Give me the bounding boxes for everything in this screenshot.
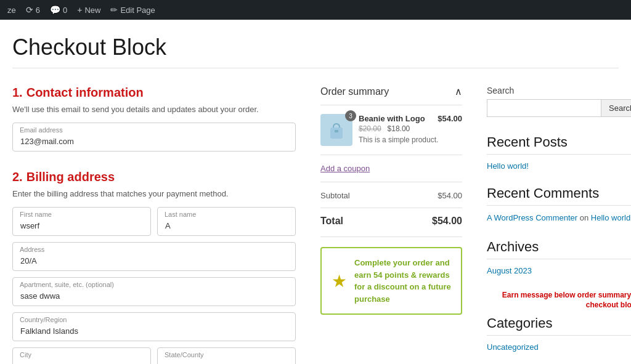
edit-page-item[interactable]: ✏ Edit Page xyxy=(110,5,155,15)
earn-points-box: ★ Complete your order and earn 54 points… xyxy=(320,247,462,315)
recent-posts-section: Recent Posts Hello world! xyxy=(487,134,631,171)
contact-heading: 1. Contact information xyxy=(12,86,296,100)
main-layout: 1. Contact information We'll use this em… xyxy=(12,86,619,364)
add-coupon-link[interactable]: Add a coupon xyxy=(320,164,462,182)
commenter-link[interactable]: A WordPress Commenter xyxy=(487,213,577,222)
state-wrapper: State/County xyxy=(157,347,296,364)
recent-comment-text: A WordPress Commenter on Hello world! xyxy=(487,212,631,224)
recent-post-link-0[interactable]: Hello world! xyxy=(487,161,529,171)
subtotal-row: Subtotal $54.00 xyxy=(320,191,462,208)
state-label: State/County xyxy=(165,351,204,358)
new-item[interactable]: + New xyxy=(77,5,100,15)
total-label: Total xyxy=(320,216,343,227)
total-row: Total $54.00 xyxy=(320,216,462,237)
city-label: City xyxy=(20,351,31,358)
comments-icon: 💬 xyxy=(50,5,60,15)
email-wrapper: Email address xyxy=(12,123,296,152)
search-button[interactable]: Search xyxy=(601,99,631,117)
product-original-price: $20.00 xyxy=(359,124,381,133)
svg-rect-0 xyxy=(330,127,343,139)
order-summary-panel: Order summary ∧ 3 Beanie with Logo xyxy=(320,86,462,364)
checkout-form: 1. Contact information We'll use this em… xyxy=(12,86,296,364)
apt-wrapper: Apartment, suite, etc. (optional) xyxy=(12,277,296,306)
billing-heading: 2. Billing address xyxy=(12,170,296,184)
archives-section: Archives August 2023 xyxy=(487,239,631,275)
email-label: Email address xyxy=(20,126,63,134)
first-name-label: First name xyxy=(20,211,52,218)
recent-posts-title: Recent Posts xyxy=(487,134,631,155)
name-row: First name Last name xyxy=(12,207,296,242)
updates-icon: ⟳ xyxy=(26,5,33,15)
order-summary-title: Order summary xyxy=(320,86,389,97)
plus-icon: + xyxy=(77,5,82,15)
order-item: 3 Beanie with Logo $54.00 $20.00 $18.00 … xyxy=(320,114,462,155)
pencil-icon: ✏ xyxy=(110,5,118,15)
recent-comments-section: Recent Comments A WordPress Commenter on… xyxy=(487,185,631,224)
last-name-wrapper: Last name xyxy=(157,207,296,236)
svg-rect-1 xyxy=(335,130,338,132)
archives-title: Archives xyxy=(487,239,631,259)
category-link[interactable]: Uncategorized xyxy=(487,342,539,352)
page-title: Checkout Block xyxy=(12,34,619,68)
comment-target-link[interactable]: Hello world! xyxy=(591,213,631,222)
contact-desc: We'll use this email to send you details… xyxy=(12,105,296,114)
subtotal-label: Subtotal xyxy=(320,191,350,200)
product-price-original-row: $20.00 $18.00 xyxy=(359,123,462,133)
earn-text: Complete your order and earn 54 points &… xyxy=(354,257,451,305)
address-label: Address xyxy=(20,246,44,253)
product-name: Beanie with Logo xyxy=(359,114,425,123)
country-label: Country/Region xyxy=(20,316,67,323)
site-name[interactable]: ze xyxy=(7,6,16,15)
categories-section: Categories Uncategorized xyxy=(487,315,631,352)
product-details: Beanie with Logo $54.00 $20.00 $18.00 Th… xyxy=(359,114,462,146)
city-state-row: City State/County xyxy=(12,347,296,364)
country-wrapper: Country/Region xyxy=(12,312,296,341)
annotation-text: Earn message below order summary in chec… xyxy=(487,290,631,311)
first-name-wrapper: First name xyxy=(12,207,151,236)
search-input[interactable] xyxy=(487,99,601,117)
product-image: 3 xyxy=(320,114,352,146)
product-description: This is a simple product. xyxy=(359,135,462,144)
contact-section: 1. Contact information We'll use this em… xyxy=(12,86,296,152)
product-price-row: Beanie with Logo $54.00 xyxy=(359,114,462,123)
city-input[interactable] xyxy=(12,347,151,364)
billing-section: 2. Billing address Enter the billing add… xyxy=(12,170,296,364)
star-icon: ★ xyxy=(332,271,347,291)
address-input[interactable] xyxy=(12,242,296,271)
annotation-arrow: Earn message below order summary in chec… xyxy=(487,290,631,311)
collapse-icon[interactable]: ∧ xyxy=(455,86,462,97)
search-widget: Search Search xyxy=(487,86,631,117)
order-summary-header: Order summary ∧ xyxy=(320,86,462,105)
subtotal-value: $54.00 xyxy=(438,191,462,200)
admin-bar: ze ⟳ 6 💬 0 + New ✏ Edit Page xyxy=(0,0,631,20)
city-wrapper: City xyxy=(12,347,151,364)
sidebar: Search Search Recent Posts Hello world! … xyxy=(487,86,631,364)
product-image-svg xyxy=(325,119,348,141)
page-wrapper: Checkout Block 1. Contact information We… xyxy=(0,20,631,364)
categories-title: Categories xyxy=(487,315,631,336)
search-row: Search xyxy=(487,99,631,117)
total-value: $54.00 xyxy=(432,216,462,227)
product-sale-price: $18.00 xyxy=(388,124,410,133)
comments-item[interactable]: 💬 0 xyxy=(50,5,67,15)
recent-comments-title: Recent Comments xyxy=(487,185,631,206)
address-wrapper: Address xyxy=(12,242,296,271)
apt-label: Apartment, suite, etc. (optional) xyxy=(20,281,114,288)
archive-link[interactable]: August 2023 xyxy=(487,266,532,275)
comment-on: on xyxy=(580,213,588,222)
billing-desc: Enter the billing address that matches y… xyxy=(12,189,296,198)
updates-item[interactable]: ⟳ 6 xyxy=(26,5,40,15)
last-name-label: Last name xyxy=(165,211,196,218)
product-price-new: $54.00 xyxy=(438,114,462,123)
search-label: Search xyxy=(487,86,631,95)
quantity-badge: 3 xyxy=(345,110,356,121)
